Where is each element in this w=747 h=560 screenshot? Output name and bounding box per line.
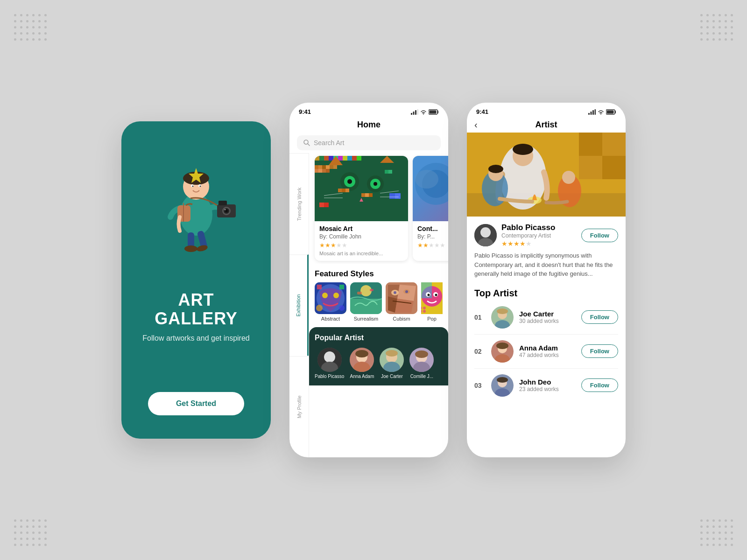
- mosaic-art-image: [315, 156, 408, 221]
- artist-bio: Pablo Picasso is implicitly synonymous w…: [474, 251, 618, 279]
- svg-rect-50: [330, 165, 333, 169]
- svg-point-13: [225, 209, 226, 210]
- svg-rect-23: [417, 109, 419, 115]
- svg-point-100: [405, 290, 408, 293]
- dot-decoration-tl: [14, 14, 47, 41]
- svg-rect-82: [317, 285, 322, 289]
- svg-line-27: [308, 144, 310, 146]
- svg-rect-58: [389, 193, 395, 199]
- get-started-button[interactable]: Get Started: [148, 392, 244, 415]
- svg-point-118: [355, 350, 368, 357]
- john-works: 23 added works: [519, 386, 576, 392]
- back-button[interactable]: ‹: [474, 119, 478, 130]
- joe-top-avatar: [491, 306, 514, 329]
- svg-point-106: [428, 294, 430, 296]
- svg-point-45: [374, 182, 377, 186]
- joe-info: Joe Carter 30 added works: [519, 310, 576, 324]
- anna-follow-button[interactable]: Follow: [581, 344, 618, 358]
- artist-follow-button[interactable]: Follow: [581, 229, 618, 242]
- anna-name-top: Anna Adam: [519, 344, 576, 352]
- svg-rect-132: [607, 110, 614, 113]
- svg-point-80: [322, 293, 328, 298]
- wifi-icon-2: [598, 109, 604, 115]
- svg-point-154: [497, 308, 508, 314]
- svg-rect-20: [411, 113, 412, 115]
- phone-3-artist: 9:41 ‹ Artist: [467, 103, 626, 457]
- style-label-cubism: Cubism: [393, 316, 410, 322]
- john-top-avatar: [491, 374, 514, 397]
- svg-rect-66: [365, 193, 369, 197]
- artwork-2-by: By: P...: [417, 233, 448, 240]
- svg-rect-30: [315, 156, 319, 161]
- top-artist-list: 01 Joe Carter 30 added works Follow: [474, 301, 618, 402]
- sidebar-item-trending[interactable]: Trending Work: [289, 153, 309, 254]
- svg-point-107: [435, 294, 437, 296]
- pablo-name: Pablo Picasso: [315, 374, 344, 379]
- svg-rect-49: [326, 165, 330, 169]
- artist-page-title: Artist: [535, 120, 557, 130]
- popular-artist-3[interactable]: Joe Carter: [380, 348, 404, 379]
- artwork-card-1[interactable]: Mosaic Art By: Comille John ★★★★★ Mosaic…: [315, 156, 408, 261]
- svg-rect-46: [315, 165, 318, 169]
- artist-info-section: Pablo Picasso Contemporary Artist ★★★★★ …: [467, 217, 626, 283]
- artwork-1-title: Mosaic Art: [319, 225, 403, 232]
- svg-rect-67: [369, 193, 373, 197]
- sidebar-item-exhibition[interactable]: Exhibition: [289, 254, 309, 356]
- top-artist-row-1: 01 Joe Carter 30 added works Follow: [474, 301, 618, 335]
- sidebar-item-profile[interactable]: My Profile: [289, 356, 309, 457]
- svg-rect-57: [388, 170, 392, 174]
- svg-rect-65: [361, 193, 365, 197]
- svg-point-6: [200, 186, 201, 187]
- john-follow-button[interactable]: Follow: [581, 378, 618, 392]
- svg-point-77: [415, 170, 438, 189]
- style-item-abstract[interactable]: Abstract: [315, 282, 346, 322]
- style-item-cubism[interactable]: Cubism: [386, 282, 417, 322]
- artwork-card-2[interactable]: Cont... By: P... ★★★★★: [413, 156, 448, 261]
- svg-rect-134: [579, 133, 602, 156]
- pop-thumb: [421, 282, 443, 314]
- svg-point-158: [496, 343, 508, 349]
- popular-artist-2[interactable]: Anna Adam: [350, 348, 374, 379]
- cubism-thumb: [386, 282, 417, 314]
- rank-2: 02: [474, 348, 486, 355]
- style-label-abstract: Abstract: [321, 316, 340, 322]
- dot-decoration-tr: [700, 14, 733, 41]
- svg-rect-39: [357, 156, 361, 161]
- popular-artist-4[interactable]: Comille J...: [409, 348, 434, 379]
- wifi-icon: [420, 109, 427, 115]
- phone-2-home: 9:41 Home: [289, 103, 448, 457]
- photographer-illustration: [149, 149, 243, 252]
- top-artist-row-3: 03 John Deo 23 added works Follow: [474, 369, 618, 402]
- svg-rect-127: [588, 113, 590, 115]
- svg-point-84: [316, 305, 323, 311]
- svg-rect-38: [352, 156, 357, 161]
- search-bar[interactable]: Search Art: [297, 135, 441, 150]
- svg-point-126: [415, 350, 428, 358]
- svg-rect-60: [319, 203, 324, 207]
- svg-point-122: [386, 350, 398, 357]
- svg-point-85: [339, 305, 345, 311]
- surrealism-thumb: [350, 282, 382, 314]
- top-artist-section: Top Artist 01 Joe Carter 30 added works: [467, 283, 626, 407]
- app-title-line1: ART: [142, 291, 249, 309]
- comille-avatar: [409, 348, 434, 372]
- svg-point-109: [423, 307, 426, 309]
- dot-decoration-bl: [14, 519, 47, 546]
- sidebar-nav: Trending Work Exhibition My Profile: [289, 153, 309, 457]
- popular-artist-list: Pablo Picasso: [315, 348, 443, 379]
- svg-rect-22: [415, 110, 416, 115]
- status-time: 9:41: [299, 108, 311, 115]
- top-artist-section-title: Top Artist: [474, 288, 618, 299]
- status-bar-home: 9:41: [289, 103, 448, 115]
- popular-artist-1[interactable]: Pablo Picasso: [315, 348, 344, 379]
- svg-rect-62: [338, 189, 342, 192]
- artist-status-time: 9:41: [476, 108, 488, 115]
- artist-profile-left: Pablo Picasso Contemporary Artist ★★★★★: [474, 223, 555, 247]
- artist-hero-painting: [467, 133, 626, 217]
- style-label-surrealism: Surrealism: [354, 316, 379, 322]
- joe-follow-button[interactable]: Follow: [581, 310, 618, 324]
- style-item-surrealism[interactable]: Surrealism: [350, 282, 382, 322]
- featured-styles-title: Featured Styles: [309, 264, 448, 282]
- status-icons: [411, 109, 439, 115]
- style-item-pop[interactable]: Pop: [421, 282, 443, 322]
